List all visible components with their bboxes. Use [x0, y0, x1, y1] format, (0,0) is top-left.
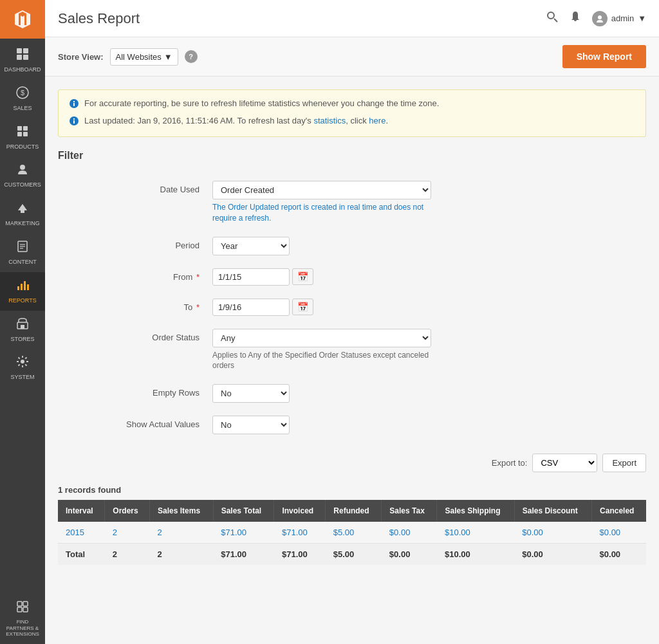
here-link[interactable]: here	[369, 116, 385, 125]
sidebar-item-label-reports: REPORTS	[8, 297, 36, 304]
report-table: Interval Orders Sales Items Sales Total …	[58, 500, 646, 565]
svg-marker-11	[18, 204, 27, 210]
dashboard-icon	[16, 48, 29, 64]
info-icon-2	[69, 116, 79, 129]
system-icon	[16, 355, 29, 371]
empty-rows-row: Empty Rows No Yes	[58, 384, 646, 403]
sidebar-item-system[interactable]: SYSTEM	[0, 349, 45, 387]
svg-rect-1	[23, 48, 28, 53]
sidebar-item-label-content: CONTENT	[8, 259, 37, 266]
page-title: Sales Report	[58, 10, 140, 27]
info-text-before: Last updated: Jan 9, 2016, 11:51:46 AM. …	[84, 116, 313, 125]
order-status-field: Any Pending Processing Complete Applies …	[212, 329, 431, 372]
date-used-select[interactable]: Order Created Order Updated	[212, 181, 431, 199]
svg-point-10	[20, 165, 25, 170]
extensions-icon	[16, 600, 29, 616]
sidebar-item-label-marketing: MARKETING	[5, 220, 40, 227]
col-refunded: Refunded	[326, 500, 382, 522]
show-actual-row: Show Actual Values No Yes	[58, 416, 646, 434]
sidebar-item-label-stores: STORES	[11, 336, 35, 343]
col-sales-total: Sales Total	[213, 500, 274, 522]
to-required: *	[196, 302, 200, 312]
period-select[interactable]: Day Month Year	[212, 237, 290, 255]
store-view-bar: Store View: All Websites ▼ ? Show Report	[45, 37, 659, 77]
sidebar-item-stores[interactable]: STORES	[0, 311, 45, 349]
date-used-field: Order Created Order Updated The Order Up…	[212, 181, 431, 224]
records-count: 1 records found	[58, 485, 646, 495]
stores-icon	[16, 317, 29, 333]
col-sales-discount: Sales Discount	[514, 500, 591, 522]
svg-rect-0	[17, 48, 22, 53]
admin-menu[interactable]: admin ▼	[592, 11, 646, 26]
export-button[interactable]: Export	[602, 454, 646, 472]
col-interval: Interval	[58, 500, 105, 522]
svg-rect-6	[17, 126, 22, 131]
show-actual-label: Show Actual Values	[122, 416, 212, 429]
sidebar-item-label-system: SYSTEM	[10, 374, 34, 381]
content-area: For accurate reporting, be sure to refre…	[45, 77, 659, 644]
sidebar-item-customers[interactable]: CUSTOMERS	[0, 156, 45, 195]
sidebar-item-marketing[interactable]: MARKETING	[0, 195, 45, 234]
period-field: Day Month Year	[212, 237, 290, 255]
svg-rect-19	[24, 281, 26, 290]
col-canceled: Canceled	[592, 500, 646, 522]
store-view-left: Store View: All Websites ▼ ?	[58, 48, 198, 66]
sidebar-item-extensions[interactable]: FIND PARTNERS & EXTENSIONS	[0, 594, 45, 644]
sidebar-item-label-customers: CUSTOMERS	[4, 181, 41, 189]
to-field: 📅	[212, 299, 313, 316]
svg-rect-26	[17, 607, 22, 612]
from-calendar-button[interactable]: 📅	[292, 268, 313, 285]
empty-rows-select[interactable]: No Yes	[212, 384, 290, 403]
to-date-wrapper: 📅	[212, 299, 313, 316]
svg-rect-2	[17, 55, 22, 60]
sidebar-item-content[interactable]: CONTENT	[0, 234, 45, 272]
info-text-end: .	[385, 116, 388, 125]
svg-rect-18	[21, 284, 23, 290]
to-date-input[interactable]	[212, 299, 290, 316]
date-used-hint: The Order Updated report is created in r…	[212, 202, 431, 224]
customers-icon	[16, 163, 29, 179]
sidebar-item-label-extensions: FIND PARTNERS & EXTENSIONS	[3, 619, 42, 638]
export-format-select[interactable]: CSV Excel XML	[532, 454, 597, 472]
admin-arrow: ▼	[638, 14, 646, 23]
date-used-label: Date Used	[122, 181, 212, 194]
empty-rows-field: No Yes	[212, 384, 290, 403]
header-actions: admin ▼	[546, 10, 646, 26]
from-date-input[interactable]	[212, 268, 290, 286]
table-row: 201522$71.00$71.00$5.00$0.00$10.00$0.00$…	[58, 522, 646, 544]
bell-icon[interactable]	[569, 10, 582, 26]
info-text-after: , click	[346, 116, 369, 125]
order-status-select[interactable]: Any Pending Processing Complete	[212, 329, 431, 347]
search-icon[interactable]	[546, 10, 559, 26]
show-report-button[interactable]: Show Report	[562, 45, 646, 68]
col-sales-shipping: Sales Shipping	[437, 500, 514, 522]
statistics-link[interactable]: statistics	[313, 116, 346, 125]
to-calendar-button[interactable]: 📅	[292, 299, 313, 315]
col-orders: Orders	[105, 500, 150, 522]
svg-line-29	[554, 19, 557, 22]
date-used-row: Date Used Order Created Order Updated Th…	[58, 181, 646, 224]
sidebar-item-products[interactable]: PRODUCTS	[0, 118, 45, 157]
from-date-wrapper: 📅	[212, 268, 313, 286]
store-view-select[interactable]: All Websites ▼	[110, 48, 178, 66]
filter-section: Filter Date Used Order Created Order Upd…	[58, 150, 646, 454]
sidebar-item-dashboard[interactable]: DASHBOARD	[0, 41, 45, 80]
sidebar-item-label-products: PRODUCTS	[6, 143, 39, 151]
show-actual-select[interactable]: No Yes	[212, 416, 290, 434]
from-label: From *	[122, 268, 212, 282]
to-row: To * 📅	[58, 299, 646, 316]
sidebar-item-label-sales: SALES	[13, 105, 32, 112]
sales-icon: $	[16, 86, 29, 102]
sidebar-item-sales[interactable]: $ SALES	[0, 80, 45, 118]
from-row: From * 📅	[58, 268, 646, 286]
svg-rect-12	[21, 210, 24, 213]
order-status-hint: Applies to Any of the Specified Order St…	[212, 350, 431, 372]
svg-point-30	[598, 15, 602, 19]
svg-point-28	[548, 12, 554, 19]
svg-rect-27	[23, 607, 28, 612]
svg-rect-17	[17, 286, 19, 290]
products-icon	[16, 125, 29, 141]
content-icon	[16, 240, 29, 256]
sidebar-item-reports[interactable]: REPORTS	[0, 272, 45, 311]
help-icon[interactable]: ?	[185, 50, 198, 63]
